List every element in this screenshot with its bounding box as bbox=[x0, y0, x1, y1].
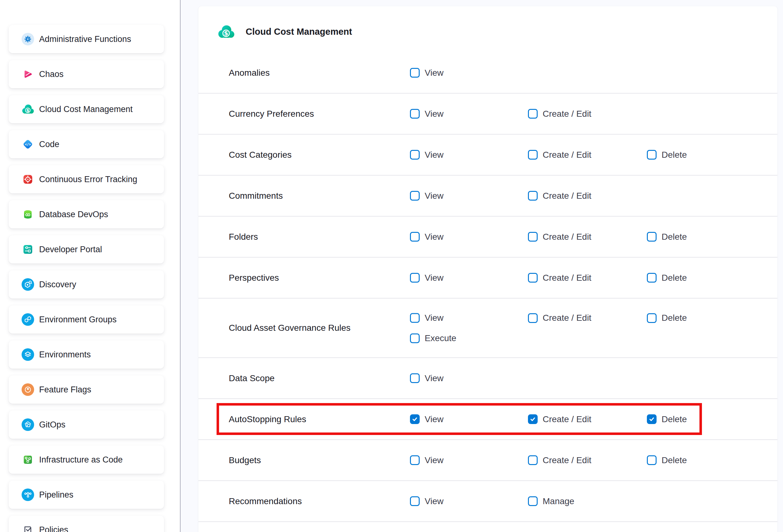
sidebar-item-administrative-functions[interactable]: Administrative Functions bbox=[9, 25, 164, 53]
permission-cell-view: View bbox=[410, 455, 443, 465]
resource-label: Currency Preferences bbox=[229, 109, 314, 119]
resource-label: Data Scope bbox=[229, 373, 275, 383]
permission-cell-delete: Delete bbox=[647, 150, 687, 160]
checkbox-folders-create-edit[interactable] bbox=[528, 232, 538, 242]
permission-option-view: View bbox=[410, 414, 443, 424]
checkbox-perspectives-view[interactable] bbox=[410, 273, 420, 283]
checkbox-currency-preferences-view[interactable] bbox=[410, 109, 420, 119]
checkbox-cloud-asset-governance-rules-delete[interactable] bbox=[647, 313, 657, 323]
svg-text:$: $ bbox=[224, 30, 228, 37]
sidebar-item-cloud-cost-management[interactable]: $ Cloud Cost Management bbox=[9, 95, 164, 123]
permission-row-currency-preferences: Currency Preferences View Create / Edit bbox=[198, 94, 777, 134]
permission-option-view: View bbox=[410, 109, 443, 119]
permission-label: Manage bbox=[543, 496, 574, 506]
permission-cell-view: View bbox=[410, 273, 443, 283]
permission-label: Create / Edit bbox=[543, 313, 592, 323]
checkbox-anomalies-view[interactable] bbox=[410, 68, 420, 77]
permission-cell-create-edit: Manage bbox=[528, 496, 574, 506]
resource-label: Cost Categories bbox=[229, 150, 292, 160]
checkbox-cost-categories-create-edit[interactable] bbox=[528, 150, 538, 160]
checkbox-data-scope-view[interactable] bbox=[410, 373, 420, 383]
checkbox-cloud-asset-governance-rules-view[interactable] bbox=[410, 313, 420, 323]
permission-option-create-edit: Create / Edit bbox=[528, 455, 592, 465]
permission-cell-create-edit: Create / Edit bbox=[528, 150, 592, 160]
checkbox-cost-categories-view[interactable] bbox=[410, 150, 420, 160]
permission-row-data-scope: Data Scope View bbox=[198, 358, 777, 399]
permission-option-manage: Manage bbox=[528, 496, 574, 506]
sidebar-item-pipelines[interactable]: Pipelines bbox=[9, 481, 164, 509]
checkbox-folders-delete[interactable] bbox=[647, 232, 657, 242]
checkbox-commitments-view[interactable] bbox=[410, 191, 420, 200]
checkbox-budgets-delete[interactable] bbox=[647, 455, 657, 465]
permission-option-create-edit: Create / Edit bbox=[528, 232, 592, 242]
checkbox-autostopping-rules-create-edit[interactable] bbox=[528, 414, 538, 424]
chaos-icon bbox=[22, 68, 34, 81]
checkbox-currency-preferences-create-edit[interactable] bbox=[528, 109, 538, 119]
checkbox-budgets-create-edit[interactable] bbox=[528, 455, 538, 465]
environment-groups-icon bbox=[22, 313, 34, 326]
permission-option-view: View bbox=[410, 455, 443, 465]
permission-label: Delete bbox=[662, 414, 687, 424]
sidebar-item-continuous-error-tracking[interactable]: Continuous Error Tracking bbox=[9, 165, 164, 193]
resource-label: Recommendations bbox=[229, 496, 302, 506]
checkbox-cost-categories-delete[interactable] bbox=[647, 150, 657, 160]
checkbox-perspectives-delete[interactable] bbox=[647, 273, 657, 283]
database-icon bbox=[22, 208, 34, 221]
sidebar-item-discovery[interactable]: Discovery bbox=[9, 271, 164, 299]
permission-label: View bbox=[425, 150, 443, 160]
code-icon: </> bbox=[22, 138, 34, 151]
sidebar-item-chaos[interactable]: Chaos bbox=[9, 60, 164, 88]
resource-label: Anomalies bbox=[229, 68, 270, 78]
sidebar-item-environments[interactable]: Environments bbox=[9, 341, 164, 369]
permission-label: Create / Edit bbox=[543, 414, 592, 424]
sidebar-item-infrastructure-as-code[interactable]: Infrastructure as Code bbox=[9, 446, 164, 474]
permission-option-delete: Delete bbox=[647, 273, 687, 283]
feature-flags-icon bbox=[22, 383, 34, 396]
sidebar-item-developer-portal[interactable]: Developer Portal bbox=[9, 235, 164, 263]
cloud-dollar-icon: $ bbox=[218, 24, 235, 39]
sidebar-item-label: Environments bbox=[39, 350, 91, 359]
gitops-icon bbox=[22, 418, 34, 431]
checkbox-autostopping-rules-view[interactable] bbox=[410, 414, 420, 424]
svg-text:</>: </> bbox=[25, 143, 31, 146]
checkbox-autostopping-rules-delete[interactable] bbox=[647, 414, 657, 424]
permission-label: View bbox=[425, 496, 443, 506]
checkbox-recommendations-view[interactable] bbox=[410, 496, 420, 506]
permission-option-delete: Delete bbox=[647, 313, 687, 323]
sidebar-item-database-devops[interactable]: Database DevOps bbox=[9, 200, 164, 228]
sidebar-item-environment-groups[interactable]: Environment Groups bbox=[9, 306, 164, 334]
sidebar-item-label: Infrastructure as Code bbox=[39, 455, 123, 465]
permission-cell-create-edit: Create / Edit bbox=[528, 414, 592, 424]
permission-label: Create / Edit bbox=[543, 150, 592, 160]
sidebar-item-gitops[interactable]: GitOps bbox=[9, 411, 164, 439]
permission-label: Create / Edit bbox=[543, 273, 592, 283]
permission-row-recommendations: Recommendations View Manage bbox=[198, 481, 777, 522]
permission-option-view: View bbox=[410, 191, 443, 201]
checkbox-recommendations-manage[interactable] bbox=[528, 496, 538, 506]
permission-cell-view: View bbox=[410, 109, 443, 119]
sidebar-item-code[interactable]: </> Code bbox=[9, 130, 164, 158]
discovery-icon bbox=[22, 278, 34, 291]
checkbox-folders-view[interactable] bbox=[410, 232, 420, 242]
permission-label: Delete bbox=[662, 455, 687, 465]
resource-label: AutoStopping Rules bbox=[229, 414, 306, 424]
permission-cell-create-edit: Create / Edit bbox=[528, 313, 592, 323]
sidebar-item-policies[interactable]: Policies bbox=[9, 516, 164, 532]
permission-cell-create-edit: Create / Edit bbox=[528, 232, 592, 242]
permission-option-delete: Delete bbox=[647, 232, 687, 242]
gear-icon bbox=[22, 33, 34, 45]
permission-label: Delete bbox=[662, 232, 687, 242]
sidebar-item-label: Environment Groups bbox=[39, 315, 117, 324]
checkbox-cloud-asset-governance-rules-create-edit[interactable] bbox=[528, 313, 538, 323]
permission-label: View bbox=[425, 191, 443, 201]
permission-option-view: View bbox=[410, 232, 443, 242]
checkbox-cloud-asset-governance-rules-execute[interactable] bbox=[410, 333, 420, 343]
checkbox-commitments-create-edit[interactable] bbox=[528, 191, 538, 200]
resource-label: Folders bbox=[229, 232, 258, 242]
permission-option-execute: Execute bbox=[410, 333, 456, 343]
checkbox-perspectives-create-edit[interactable] bbox=[528, 273, 538, 283]
resource-label: Commitments bbox=[229, 191, 283, 201]
checkbox-budgets-view[interactable] bbox=[410, 455, 420, 465]
sidebar-item-feature-flags[interactable]: Feature Flags bbox=[9, 376, 164, 404]
permission-row-cost-categories: Cost Categories View Create / Edit Delet… bbox=[198, 134, 777, 176]
